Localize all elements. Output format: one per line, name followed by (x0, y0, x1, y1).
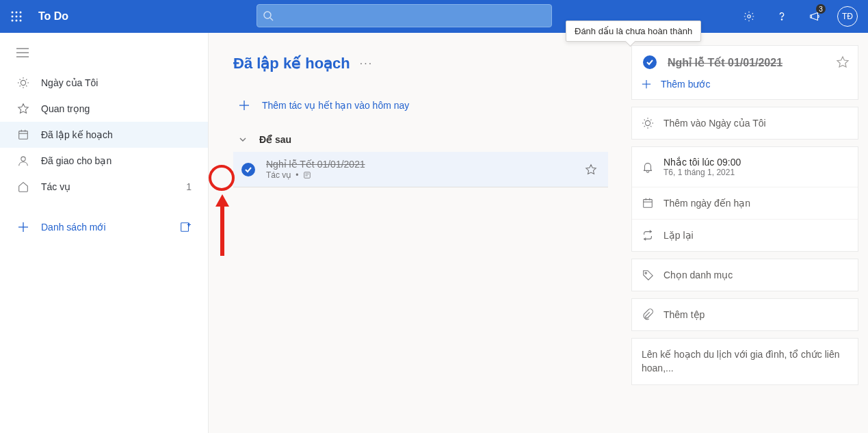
new-list-button[interactable]: Danh sách mới (0, 212, 208, 242)
svg-point-6 (12, 20, 14, 22)
svg-line-24 (26, 79, 27, 80)
sidebar-toggle-button[interactable] (0, 41, 208, 70)
sun-icon (16, 77, 30, 89)
tag-icon (642, 269, 654, 281)
task-title: Nghỉ lễ Tết 01/01/2021 (266, 159, 577, 170)
detail-header: Nghỉ lễ Tết 01/01/2021 (632, 46, 858, 75)
svg-point-56 (645, 272, 646, 274)
plus-icon (642, 79, 651, 89)
add-my-day-button[interactable]: Thêm vào Ngày của Tôi (632, 107, 858, 139)
app-brand: To Do (33, 10, 68, 23)
complete-tooltip: Đánh dấu là chưa hoàn thành (566, 21, 701, 42)
new-list-label: Danh sách mới (41, 222, 168, 233)
detail-star-button[interactable] (836, 55, 850, 69)
app-launcher-button[interactable] (0, 0, 33, 33)
svg-point-3 (12, 16, 14, 18)
new-group-button[interactable] (179, 221, 192, 233)
main-content: Đã lập kế hoạch ··· Thêm tác vụ hết hạn … (209, 33, 622, 433)
reminder-date: T6, 1 tháng 1, 2021 (663, 168, 741, 177)
help-icon (776, 10, 788, 23)
star-icon (836, 55, 850, 69)
svg-line-49 (650, 126, 651, 127)
help-button[interactable] (767, 0, 797, 33)
svg-point-0 (12, 12, 14, 14)
repeat-button[interactable]: Lặp lại (632, 219, 858, 251)
group-header[interactable]: Để sau (233, 127, 608, 152)
due-date-button[interactable]: Thêm ngày đến hạn (632, 187, 858, 219)
sidebar-item-planned[interactable]: Đã lập kế hoạch (0, 122, 208, 148)
svg-rect-25 (19, 131, 28, 140)
list-header: Đã lập kế hoạch ··· (233, 55, 608, 73)
task-complete-toggle[interactable] (241, 163, 255, 176)
home-icon (16, 181, 30, 193)
sidebar-item-count: 1 (186, 181, 192, 192)
repeat-label: Lặp lại (663, 230, 694, 241)
calendar-icon (16, 129, 30, 141)
sidebar-item-myday[interactable]: Ngày của Tôi (0, 70, 208, 96)
check-icon (244, 166, 252, 174)
gear-icon (743, 10, 755, 23)
header-actions: 3 TĐ (734, 0, 863, 33)
main-layout: Ngày của Tôi Quan trọng Đã lập kế hoạch … (0, 33, 868, 433)
sidebar-item-tasks[interactable]: Tác vụ 1 (0, 174, 208, 200)
group-label: Để sau (259, 134, 291, 145)
category-button[interactable]: Chọn danh mục (632, 259, 858, 291)
my-day-card: Thêm vào Ngày của Tôi (631, 107, 858, 140)
note-editor[interactable]: Lên kế hoạch du lịch với gia đình, tổ ch… (632, 339, 858, 384)
reminder-button[interactable]: Nhắc tôi lúc 09:00 T6, 1 tháng 1, 2021 (632, 147, 858, 187)
settings-button[interactable] (734, 0, 764, 33)
note-card: Lên kế hoạch du lịch với gia đình, tổ ch… (631, 338, 858, 385)
announcements-button[interactable]: 3 (800, 0, 830, 33)
sidebar-item-assigned[interactable]: Đã giao cho bạn (0, 148, 208, 174)
category-label: Chọn danh mục (663, 270, 733, 280)
svg-line-10 (270, 18, 273, 21)
annotation-arrow (214, 194, 231, 257)
svg-line-50 (644, 126, 645, 127)
svg-line-21 (20, 79, 21, 80)
add-step-label: Thêm bước (661, 79, 710, 90)
svg-rect-52 (644, 200, 653, 208)
new-group-icon (179, 221, 192, 233)
search-input[interactable] (257, 4, 552, 27)
detail-title-card: Nghỉ lễ Tết 01/01/2021 Thêm bước (631, 45, 858, 100)
svg-point-5 (20, 16, 22, 18)
list-options-button[interactable]: ··· (360, 57, 373, 70)
svg-point-43 (645, 120, 650, 125)
check-icon (646, 58, 654, 66)
account-button[interactable]: TĐ (832, 0, 863, 33)
add-step-input[interactable]: Thêm bước (632, 75, 858, 99)
bell-icon (642, 161, 654, 173)
svg-point-29 (21, 157, 25, 161)
detail-title[interactable]: Nghỉ lễ Tết 01/01/2021 (668, 56, 828, 69)
sidebar-item-label: Tác vụ (41, 181, 175, 192)
reminder-text: Nhắc tôi lúc 09:00 T6, 1 tháng 1, 2021 (663, 157, 741, 177)
chevron-down-icon (239, 135, 247, 144)
note-icon (303, 171, 311, 179)
sidebar-item-important[interactable]: Quan trọng (0, 96, 208, 122)
add-task-input[interactable]: Thêm tác vụ hết hạn vào hôm nay (233, 93, 608, 127)
detail-complete-toggle[interactable] (643, 55, 657, 69)
task-star-button[interactable] (585, 163, 597, 176)
sidebar-item-label: Đã giao cho bạn (41, 155, 192, 166)
plus-icon (16, 222, 30, 233)
task-body: Nghỉ lễ Tết 01/01/2021 Tác vụ • (266, 159, 577, 180)
search-container (257, 4, 552, 27)
task-row[interactable]: Nghỉ lễ Tết 01/01/2021 Tác vụ • (233, 152, 608, 187)
svg-line-23 (20, 86, 21, 86)
person-icon (16, 155, 30, 167)
due-date-label: Thêm ngày đến hạn (663, 198, 750, 209)
svg-rect-37 (304, 172, 310, 179)
add-task-placeholder: Thêm tác vụ hết hạn vào hôm nay (262, 100, 409, 111)
notification-badge: 3 (816, 4, 826, 14)
sidebar: Ngày của Tôi Quan trọng Đã lập kế hoạch … (0, 33, 209, 433)
file-card: Thêm tệp (631, 298, 858, 331)
svg-rect-32 (181, 223, 189, 232)
category-card: Chọn danh mục (631, 259, 858, 291)
repeat-icon (642, 229, 654, 241)
plus-icon (239, 100, 250, 111)
sidebar-item-label: Ngày của Tôi (41, 77, 192, 88)
svg-line-51 (650, 120, 651, 120)
add-file-button[interactable]: Thêm tệp (632, 299, 858, 330)
list-title: Đã lập kế hoạch (233, 55, 350, 73)
svg-line-48 (644, 120, 645, 120)
